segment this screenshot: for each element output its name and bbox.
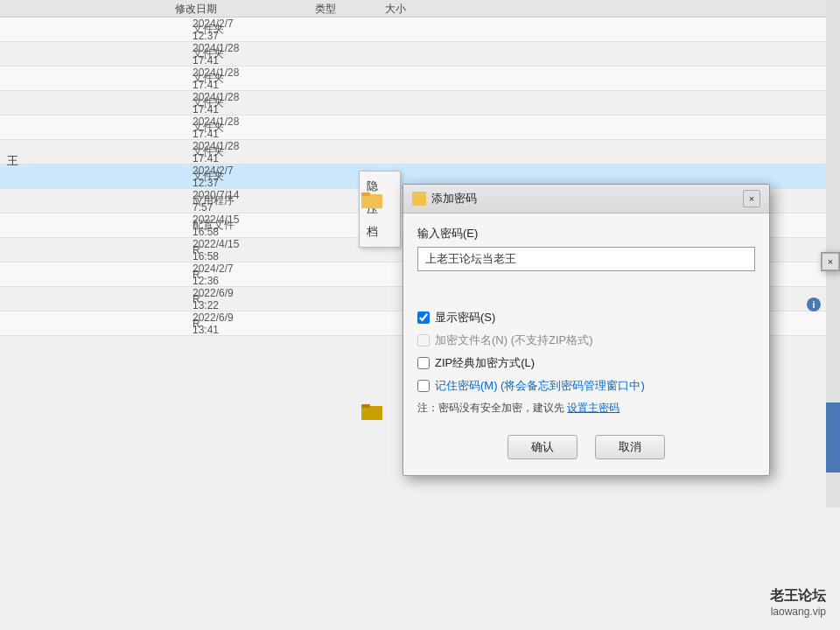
col-header-name xyxy=(0,0,175,17)
input-label: 输入密码(E) xyxy=(417,226,755,242)
encrypt-filename-checkbox[interactable] xyxy=(417,334,430,346)
file-date: 2024/1/28 17:41 xyxy=(0,66,192,91)
dialog-buttons: 确认 取消 xyxy=(417,428,755,463)
svg-rect-2 xyxy=(361,406,382,420)
note-text: 注：密码没有安全加密，建议先 xyxy=(417,402,564,414)
file-date: 2024/1/28 17:41 xyxy=(0,140,192,164)
sidebar-label: 王 xyxy=(7,153,18,169)
watermark-title: 老王论坛 xyxy=(770,587,826,606)
file-type: 文件夹 xyxy=(192,169,262,184)
file-type: 应用程序 xyxy=(192,193,262,208)
table-row[interactable]: 2024/1/28 17:41 文件夹 xyxy=(0,140,840,164)
cancel-button[interactable]: 取消 xyxy=(595,435,665,459)
table-row[interactable]: 2024/1/28 17:41 文件夹 xyxy=(0,42,840,66)
add-password-dialog: 添加密码 × 输入密码(E) 显示密码(S) 加密文件名(N) (不支持ZIP格… xyxy=(402,184,770,476)
show-password-row: 显示密码(S) xyxy=(417,310,755,326)
confirm-button[interactable]: 确认 xyxy=(508,435,578,459)
note-link[interactable]: 设置主密码 xyxy=(567,402,620,414)
zip-classic-label: ZIP经典加密方式(L) xyxy=(435,355,535,371)
file-type: 文件夹 xyxy=(192,120,262,135)
file-date: 2022/4/15 16:58 xyxy=(0,214,192,238)
context-menu-item-archive[interactable]: 档 xyxy=(360,220,400,243)
dialog-title-content: 添加密码 xyxy=(412,191,477,206)
file-type: 文件夹 xyxy=(192,46,262,61)
password-input[interactable] xyxy=(417,247,755,271)
remember-password-checkbox[interactable] xyxy=(417,380,430,392)
info-icon: i xyxy=(807,298,821,312)
svg-rect-0 xyxy=(361,194,382,208)
table-row[interactable]: 2024/2/7 12:37 文件夹 xyxy=(0,18,840,42)
show-password-checkbox[interactable] xyxy=(417,312,430,324)
file-type: 配置文件 xyxy=(192,218,262,233)
note-row: 注：密码没有安全加密，建议先 设置主密码 xyxy=(417,401,755,416)
dialog-close-button[interactable]: × xyxy=(743,190,760,207)
table-row[interactable]: 2024/1/28 17:41 文件夹 xyxy=(0,66,840,91)
scrollbar-thumb[interactable] xyxy=(826,402,840,472)
zip-classic-checkbox[interactable] xyxy=(417,357,430,369)
small-dialog-close-button[interactable]: × xyxy=(822,253,839,270)
zip-classic-row: ZIP经典加密方式(L) xyxy=(417,355,755,371)
file-date: 2020/7/14 7:57 xyxy=(0,189,192,214)
file-type: R xyxy=(192,318,262,330)
file-type: 文件夹 xyxy=(192,144,262,159)
file-type: R xyxy=(192,293,262,305)
folder-icon-context-2 xyxy=(361,402,382,424)
file-date: 2024/1/28 17:41 xyxy=(0,42,192,66)
table-row[interactable]: 2024/1/28 17:41 文件夹 xyxy=(0,91,840,116)
dialog-body: 输入密码(E) 显示密码(S) 加密文件名(N) (不支持ZIP格式) ZIP经… xyxy=(403,214,769,475)
svg-rect-3 xyxy=(361,404,370,408)
file-date: 2024/1/28 17:41 xyxy=(0,91,192,116)
watermark: 老王论坛 laowang.vip xyxy=(770,587,826,618)
encrypt-filename-row: 加密文件名(N) (不支持ZIP格式) xyxy=(417,332,755,348)
remember-password-row: 记住密码(M) (将会备忘到密码管理窗口中) xyxy=(417,378,755,394)
dialog-title-icon xyxy=(412,192,426,206)
watermark-url: laowang.vip xyxy=(770,606,826,618)
file-date: 2024/2/7 12:37 xyxy=(0,164,192,189)
svg-rect-1 xyxy=(361,192,370,196)
dialog-spacer xyxy=(417,284,755,310)
folder-icon-context xyxy=(361,191,382,212)
dialog-title-label: 添加密码 xyxy=(431,191,477,206)
file-date: 2024/2/7 12:37 xyxy=(0,18,192,42)
col-header-size: 大小 xyxy=(385,0,455,17)
col-header-type: 类型 xyxy=(315,0,385,17)
file-date: 2024/2/7 12:36 xyxy=(0,262,192,287)
file-date: 2022/6/9 13:22 xyxy=(0,287,192,312)
encrypt-filename-label: 加密文件名(N) (不支持ZIP格式) xyxy=(435,332,593,348)
remember-password-label: 记住密码(M) (将会备忘到密码管理窗口中) xyxy=(435,378,645,394)
dialog-titlebar: 添加密码 × xyxy=(403,185,769,214)
input-row xyxy=(417,247,755,271)
file-date: 2022/6/9 13:41 xyxy=(0,312,192,336)
file-date: 2022/4/15 16:58 xyxy=(0,238,192,262)
table-row[interactable]: 2024/1/28 17:41 文件夹 xyxy=(0,116,840,140)
small-dialog: × xyxy=(821,252,840,271)
file-date: 2024/1/28 17:41 xyxy=(0,116,192,140)
file-type: R xyxy=(192,269,262,281)
file-type: 文件夹 xyxy=(192,22,262,37)
file-type: 文件夹 xyxy=(192,71,262,86)
file-type: 文件夹 xyxy=(192,95,262,110)
file-type: R xyxy=(192,244,262,256)
column-headers: 修改日期 类型 大小 xyxy=(0,0,840,18)
show-password-label: 显示密码(S) xyxy=(435,310,495,326)
col-header-date: 修改日期 xyxy=(175,0,315,17)
